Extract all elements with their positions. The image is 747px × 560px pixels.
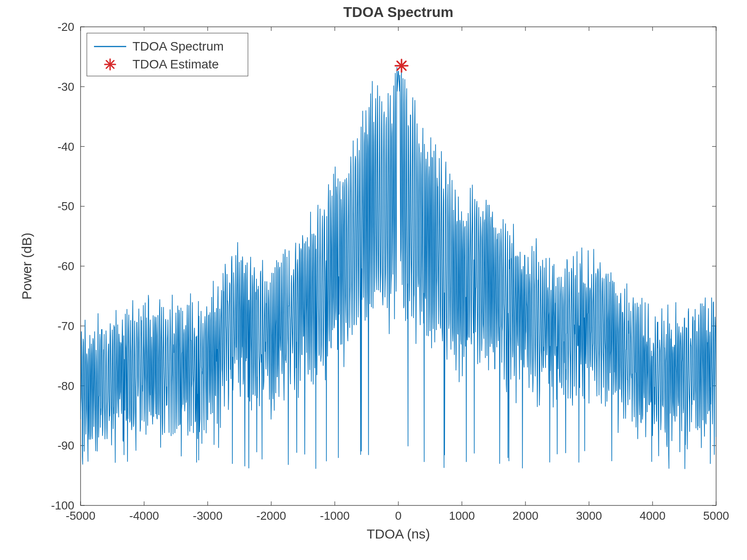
y-tick-label: -80 — [57, 379, 74, 393]
x-axis-label: TDOA (ns) — [367, 526, 430, 541]
x-tick-label: -1000 — [320, 509, 350, 522]
y-tick-label: -50 — [57, 199, 74, 213]
y-axis-label: Power (dB) — [19, 233, 34, 300]
legend-entry-2: TDOA Estimate — [132, 57, 219, 71]
chart-container: -5000-4000-3000-2000-1000010002000300040… — [0, 0, 747, 560]
x-tick-label: -2000 — [256, 509, 286, 522]
y-tick-label: -100 — [51, 499, 74, 512]
y-tick-label: -30 — [57, 80, 74, 93]
x-tick-label: 1000 — [449, 509, 475, 522]
legend-marker-sample — [105, 59, 115, 70]
y-tick-label: -40 — [57, 140, 74, 153]
y-tick-label: -60 — [57, 259, 74, 273]
x-tick-label: 3000 — [576, 509, 602, 522]
plot-area-border — [81, 27, 716, 505]
x-tick-label: 5000 — [703, 509, 729, 522]
x-tick-label: 0 — [395, 509, 401, 522]
y-tick-label: -90 — [57, 439, 74, 452]
chart-title: TDOA Spectrum — [343, 4, 453, 20]
chart-svg: -5000-4000-3000-2000-1000010002000300040… — [0, 0, 747, 560]
x-tick-label: 4000 — [640, 509, 666, 522]
x-tick-label: -4000 — [129, 509, 159, 522]
y-tick-label: -70 — [57, 319, 74, 333]
tdoa-estimate-marker — [395, 59, 408, 72]
x-tick-label: -3000 — [193, 509, 223, 522]
y-tick-label: -20 — [57, 20, 74, 34]
tdoa-spectrum-line — [81, 65, 716, 469]
x-tick-label: 2000 — [512, 509, 538, 522]
legend-entry-1: TDOA Spectrum — [132, 39, 224, 53]
